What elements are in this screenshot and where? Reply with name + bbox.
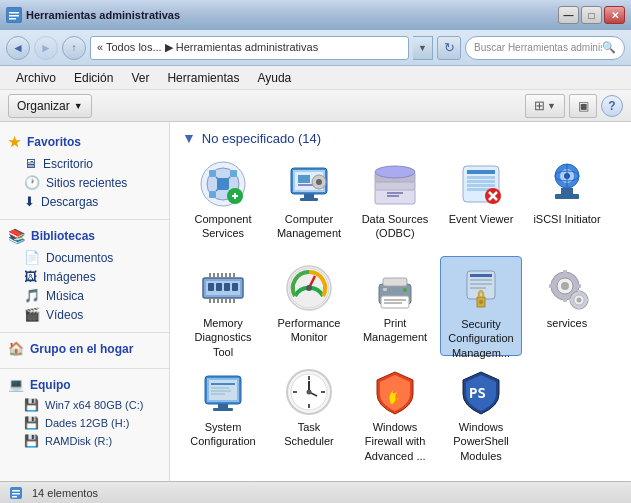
sidebar-computer-header[interactable]: 💻 Equipo [0,373,169,396]
event-viewer-icon [457,160,505,208]
menu-ver[interactable]: Ver [123,69,157,87]
task-scheduler-label: Task Scheduler [272,420,346,449]
event-viewer-label: Event Viewer [449,212,514,226]
component-services-icon [199,160,247,208]
image-icon: 🖼 [24,269,37,284]
svg-rect-84 [470,283,492,285]
sidebar-favorites-header[interactable]: ★ Favoritos [0,130,169,154]
app-icon [6,7,22,23]
favorites-label: Favoritos [27,135,81,149]
up-button[interactable]: ↑ [62,36,86,60]
sidebar-item-escritorio[interactable]: 🖥 Escritorio [0,154,169,173]
svg-point-86 [479,300,483,304]
svg-rect-78 [384,302,402,304]
svg-point-89 [561,282,569,290]
address-dropdown-button[interactable]: ▼ [413,36,433,60]
organize-label: Organizar [17,99,70,113]
libraries-label: Bibliotecas [31,229,95,243]
svg-rect-90 [563,270,567,275]
powershell-label: Windows PowerShell Modules [444,420,518,463]
svg-rect-45 [561,188,573,194]
list-item[interactable]: Computer Management [268,152,350,252]
organize-button[interactable]: Organizar ▼ [8,94,92,118]
help-button[interactable]: ? [601,95,623,117]
list-item[interactable]: Memory Diagnostics Tool [182,256,264,356]
svg-rect-62 [217,273,219,278]
close-button[interactable]: ✕ [604,6,625,24]
svg-rect-3 [9,18,16,20]
view-button[interactable]: ⊞ ▼ [525,94,565,118]
menubar: Archivo Edición Ver Herramientas Ayuda [0,66,631,90]
list-item[interactable]: Task Scheduler [268,360,350,460]
list-item[interactable]: Print Management [354,256,436,356]
iscsi-icon [543,160,591,208]
list-item[interactable]: Component Services [182,152,264,252]
document-icon: 📄 [24,250,40,265]
sidebar-item-imagenes[interactable]: 🖼 Imágenes [0,267,169,286]
svg-rect-75 [383,278,407,286]
svg-rect-1 [9,12,19,14]
forward-button[interactable]: ► [34,36,58,60]
svg-rect-99 [569,299,573,302]
svg-rect-77 [384,299,406,301]
svg-rect-8 [230,170,237,177]
search-icon: 🔍 [602,41,616,54]
toolbar-right: ⊞ ▼ ▣ ? [525,94,623,118]
address-bar[interactable]: « Todos los... ▶ Herramientas administra… [90,36,409,60]
svg-rect-56 [221,298,223,303]
refresh-button[interactable]: ↻ [437,36,461,60]
svg-rect-30 [387,195,399,197]
security-config-icon [457,265,505,313]
list-item[interactable]: iSCSI Initiator [526,152,608,252]
statusbar: 14 elementos [0,481,631,503]
svg-rect-59 [233,298,235,303]
list-item[interactable]: Performance Monitor [268,256,350,356]
sidebar-item-drive-r[interactable]: 💾 RAMDisk (R:) [0,432,169,450]
svg-rect-51 [224,283,230,291]
svg-rect-9 [209,191,216,198]
sidebar-item-videos[interactable]: 🎬 Vídeos [0,305,169,324]
menu-ayuda[interactable]: Ayuda [249,69,299,87]
sidebar-item-drive-c[interactable]: 💾 Win7 x64 80GB (C:) [0,396,169,414]
sidebar-item-musica[interactable]: 🎵 Música [0,286,169,305]
svg-rect-32 [467,170,495,174]
list-item[interactable]: System Configuration [182,360,264,460]
menu-herramientas[interactable]: Herramientas [159,69,247,87]
section-arrow-icon: ▼ [182,130,196,146]
svg-point-96 [577,298,582,303]
sidebar-libraries-header[interactable]: 📚 Bibliotecas [0,224,169,248]
homegroup-icon: 🏠 [8,341,24,356]
list-item[interactable]: services [526,256,608,356]
pane-button[interactable]: ▣ [569,94,597,118]
svg-rect-104 [211,383,235,385]
desktop-icon: 🖥 [24,156,37,171]
system-config-label: System Configuration [186,420,260,449]
toolbar: Organizar ▼ ⊞ ▼ ▣ ? [0,90,631,122]
menu-archivo[interactable]: Archivo [8,69,64,87]
sidebar-item-descargas[interactable]: ⬇ Descargas [0,192,169,211]
list-item[interactable]: PS Windows PowerShell Modules [440,360,522,460]
sidebar-item-sitios-recientes[interactable]: 🕐 Sitios recientes [0,173,169,192]
section-label: No especificado (14) [202,131,321,146]
minimize-button[interactable]: — [558,6,579,24]
services-label: services [547,316,587,330]
menu-edicion[interactable]: Edición [66,69,121,87]
memory-diagnostics-label: Memory Diagnostics Tool [186,316,260,359]
svg-rect-92 [549,284,554,288]
maximize-button[interactable]: □ [581,6,602,24]
list-item[interactable]: Event Viewer [440,152,522,252]
svg-point-73 [306,285,312,291]
list-item[interactable]: Windows Firewall with Advanced ... [354,360,436,460]
svg-rect-46 [555,194,579,199]
list-item[interactable]: Security Configuration Managem... [440,256,522,356]
sidebar-item-documentos[interactable]: 📄 Documentos [0,248,169,267]
list-item[interactable]: Data Sources (ODBC) [354,152,436,252]
sidebar-homegroup-header[interactable]: 🏠 Grupo en el hogar [0,337,169,360]
svg-point-24 [316,179,322,185]
svg-rect-15 [234,193,236,199]
search-bar[interactable]: Buscar Herramientas administrat... 🔍 [465,36,625,60]
sidebar-item-drive-h[interactable]: 💾 Dades 12GB (H:) [0,414,169,432]
back-button[interactable]: ◄ [6,36,30,60]
svg-rect-55 [217,298,219,303]
security-config-label: Security Configuration Managem... [445,317,517,360]
